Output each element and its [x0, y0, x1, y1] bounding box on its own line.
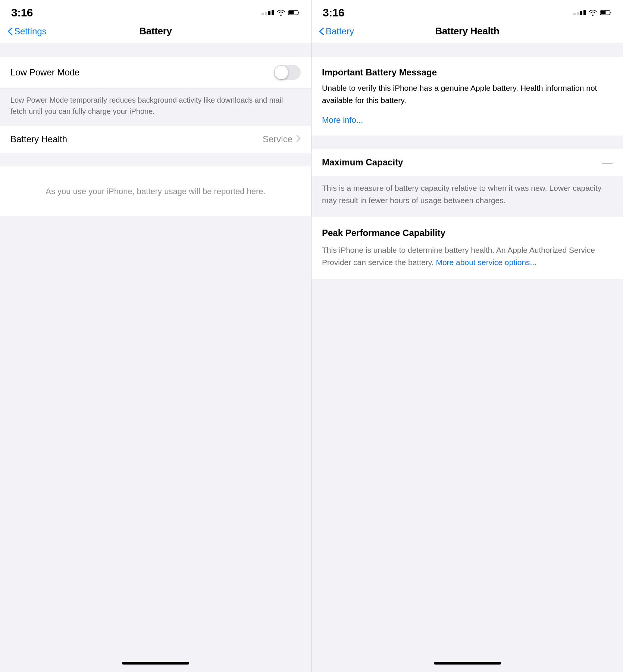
back-button-left[interactable]: Settings	[7, 26, 47, 37]
battery-health-right: Service	[263, 134, 301, 144]
signal-icon-right	[573, 10, 586, 15]
right-panel: 3:16	[312, 0, 623, 672]
status-icons-left	[262, 10, 300, 16]
page-title-right: Battery Health	[435, 25, 499, 37]
chevron-right-icon	[296, 135, 301, 144]
home-bar-right	[434, 662, 501, 665]
battery-health-row[interactable]: Battery Health Service	[0, 126, 311, 153]
nav-bar-left: Settings Battery	[0, 22, 311, 43]
home-bar-left	[122, 662, 189, 665]
svg-rect-1	[289, 11, 294, 14]
section-spacer-1	[0, 43, 311, 57]
peak-performance-description: This iPhone is unable to determine batte…	[312, 238, 623, 279]
more-info-container: More info...	[312, 115, 623, 136]
peak-performance-title: Peak Performance Capability	[322, 228, 613, 238]
maximum-capacity-dash: —	[602, 157, 613, 168]
important-message-description: Unable to verify this iPhone has a genui…	[322, 82, 613, 106]
low-power-mode-section: Low Power Mode	[0, 57, 311, 88]
maximum-capacity-row: Maximum Capacity —	[312, 149, 623, 176]
left-panel: 3:16	[0, 0, 312, 672]
nav-bar-right: Battery Battery Health	[312, 22, 623, 43]
more-info-link[interactable]: More info...	[322, 115, 363, 125]
maximum-capacity-description: This is a measure of battery capacity re…	[312, 176, 623, 217]
section-divider-right-1	[312, 136, 623, 149]
battery-icon-left	[288, 10, 300, 16]
battery-health-value: Service	[263, 134, 292, 144]
wifi-icon-right	[589, 10, 597, 16]
empty-state-text: As you use your iPhone, battery usage wi…	[10, 185, 301, 197]
status-icons-right	[573, 10, 612, 16]
back-button-right[interactable]: Battery	[319, 26, 354, 37]
service-options-link[interactable]: More about service options...	[436, 258, 536, 267]
battery-health-section-left: Battery Health Service	[0, 126, 311, 153]
maximum-capacity-title: Maximum Capacity	[322, 157, 403, 168]
battery-health-label: Battery Health	[10, 134, 67, 144]
battery-icon-right	[600, 10, 612, 16]
peak-performance-section: Peak Performance Capability	[312, 217, 623, 238]
wifi-icon-left	[277, 10, 285, 16]
status-bar-left: 3:16	[0, 0, 311, 22]
important-message-section: Important Battery Message Unable to veri…	[312, 57, 623, 115]
low-power-mode-description: Low Power Mode temporarily reduces backg…	[0, 88, 311, 126]
section-spacer-right-1	[312, 43, 623, 57]
status-bar-right: 3:16	[312, 0, 623, 22]
low-power-mode-toggle[interactable]	[274, 65, 301, 80]
home-indicator-right	[312, 654, 623, 672]
status-time-right: 3:16	[323, 6, 344, 19]
low-power-mode-row: Low Power Mode	[0, 57, 311, 88]
important-message-title: Important Battery Message	[322, 67, 613, 78]
svg-rect-3	[601, 11, 605, 14]
signal-icon-left	[262, 10, 274, 15]
page-title-left: Battery	[139, 25, 172, 37]
back-label-left: Settings	[14, 26, 47, 37]
back-label-right: Battery	[326, 26, 354, 37]
section-spacer-2	[0, 153, 311, 167]
status-time-left: 3:16	[11, 6, 33, 19]
home-indicator-left	[0, 654, 311, 672]
empty-state: As you use your iPhone, battery usage wi…	[0, 167, 311, 216]
low-power-mode-label: Low Power Mode	[10, 67, 79, 78]
